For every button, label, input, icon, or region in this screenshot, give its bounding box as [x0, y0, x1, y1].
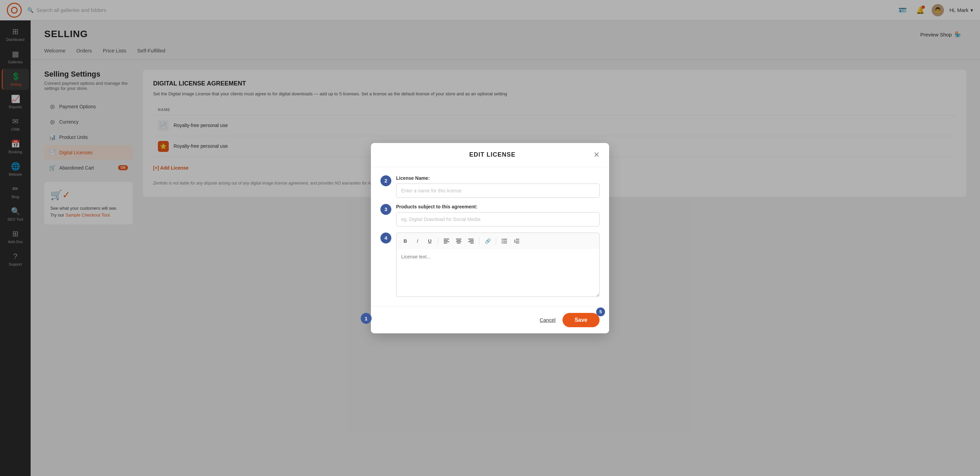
- svg-rect-20: [516, 241, 519, 241]
- edit-license-modal: EDIT LICENSE ✕ 2 License Name: 3: [371, 143, 609, 333]
- svg-rect-11: [470, 243, 474, 243]
- step5-badge: 5: [596, 307, 605, 316]
- license-name-label: License Name:: [396, 175, 600, 181]
- align-right-button[interactable]: [466, 236, 476, 246]
- svg-rect-2: [444, 241, 449, 242]
- step2-badge: 2: [380, 175, 391, 186]
- toolbar-divider2: [479, 237, 479, 245]
- step4-badge: 4: [380, 233, 391, 243]
- svg-rect-21: [516, 243, 519, 243]
- license-text-editor: B I U 🔗: [396, 233, 600, 298]
- products-form-group: Products subject to this agreement:: [396, 204, 600, 227]
- unordered-list-button[interactable]: [499, 236, 510, 246]
- step1-number: 1: [361, 313, 372, 324]
- modal-close-button[interactable]: ✕: [593, 150, 600, 159]
- svg-rect-13: [503, 239, 507, 240]
- products-label: Products subject to this agreement:: [396, 204, 600, 209]
- svg-rect-1: [444, 240, 448, 241]
- toolbar-divider: [438, 237, 438, 245]
- svg-rect-3: [444, 243, 447, 243]
- license-name-group: License Name:: [396, 175, 600, 198]
- svg-rect-4: [456, 239, 461, 240]
- license-text-textarea[interactable]: [396, 249, 600, 297]
- svg-rect-6: [456, 241, 461, 242]
- svg-rect-5: [457, 240, 461, 241]
- underline-button[interactable]: U: [424, 236, 435, 246]
- step1-badge: 1: [361, 313, 372, 324]
- products-input[interactable]: [396, 212, 600, 227]
- toolbar-divider3: [496, 237, 496, 245]
- rte-toolbar: B I U 🔗: [396, 233, 600, 249]
- license-text-row: 4 B I U: [380, 233, 600, 298]
- modal-header: EDIT LICENSE ✕: [371, 143, 609, 167]
- svg-point-16: [501, 243, 503, 243]
- license-name-form-group: License Name:: [396, 175, 600, 198]
- license-name-row: 2 License Name:: [380, 175, 600, 198]
- svg-rect-19: [516, 239, 519, 240]
- svg-rect-8: [468, 239, 474, 240]
- products-row: 3 Products subject to this agreement:: [380, 204, 600, 227]
- svg-point-12: [501, 239, 503, 240]
- bold-button[interactable]: B: [400, 236, 411, 246]
- modal-footer: Cancel Save 5: [371, 307, 609, 333]
- ordered-list-button[interactable]: 1.: [511, 236, 522, 246]
- svg-rect-17: [503, 243, 507, 243]
- svg-rect-15: [503, 241, 507, 241]
- svg-rect-10: [468, 241, 474, 242]
- italic-button[interactable]: I: [412, 236, 423, 246]
- svg-rect-0: [444, 239, 449, 240]
- license-name-input[interactable]: [396, 184, 600, 198]
- svg-rect-7: [457, 243, 460, 243]
- svg-point-14: [501, 240, 503, 241]
- align-left-button[interactable]: [441, 236, 452, 246]
- modal-title: EDIT LICENSE: [391, 151, 593, 158]
- align-center-button[interactable]: [453, 236, 464, 246]
- step3-badge: 3: [380, 204, 391, 215]
- modal-overlay[interactable]: 1 EDIT LICENSE ✕ 2 License Name:: [0, 0, 980, 476]
- save-button[interactable]: Save: [563, 313, 600, 327]
- modal-body: 2 License Name: 3 Products subject to th…: [371, 167, 609, 307]
- link-button[interactable]: 🔗: [482, 236, 493, 246]
- svg-rect-9: [469, 240, 474, 241]
- cancel-button[interactable]: Cancel: [540, 317, 556, 323]
- products-group: Products subject to this agreement:: [396, 204, 600, 227]
